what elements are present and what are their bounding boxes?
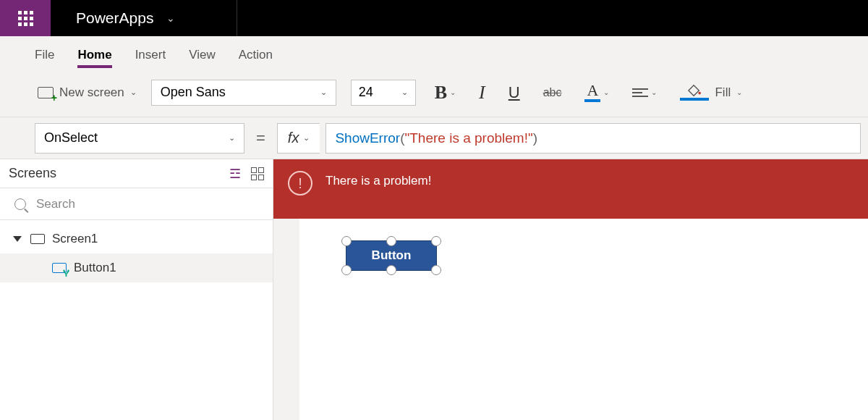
fill-button[interactable]: Fill ⌄: [676, 84, 746, 101]
formula-token-fn: ShowError: [335, 130, 400, 146]
font-family-value: Open Sans: [161, 85, 226, 100]
resize-handle-bm[interactable]: [386, 265, 396, 275]
search-input[interactable]: Search: [0, 188, 273, 220]
align-button[interactable]: ⌄: [628, 88, 661, 97]
fill-label: Fill: [715, 85, 731, 100]
screens-panel: Screens ☲ Search Screen1 Button1: [0, 159, 273, 420]
tab-home[interactable]: Home: [77, 48, 111, 68]
font-color-icon: A: [584, 83, 600, 102]
formula-token-string: "There is a problem!": [405, 130, 533, 146]
equals-label: =: [250, 129, 271, 148]
work-area: Screens ☲ Search Screen1 Button1: [0, 159, 868, 420]
tab-view[interactable]: View: [189, 48, 216, 68]
screen-icon: [30, 234, 45, 244]
collapse-icon[interactable]: [13, 236, 22, 242]
button-control-icon: [52, 263, 67, 273]
tree-item-label: Screen1: [52, 232, 98, 246]
design-surface[interactable]: Button: [299, 219, 868, 420]
chevron-down-icon: ⌄: [651, 88, 657, 96]
canvas-button-text: Button: [372, 248, 412, 263]
ribbon-tab-bar: File Home Insert View Action: [0, 36, 868, 68]
resize-handle-tl[interactable]: [341, 236, 352, 246]
search-icon: [14, 198, 26, 210]
screens-panel-title: Screens: [9, 166, 56, 181]
error-icon: !: [288, 171, 312, 196]
tab-file[interactable]: File: [35, 48, 54, 68]
chevron-down-icon: ⌄: [229, 133, 235, 143]
search-placeholder: Search: [36, 197, 75, 211]
canvas-surface[interactable]: Button: [273, 219, 868, 420]
strikethrough-icon: abc: [543, 86, 562, 99]
waffle-icon: [18, 11, 33, 26]
formula-input[interactable]: ShowError( "There is a problem!" ): [326, 123, 861, 154]
underline-icon: U: [509, 83, 520, 102]
bold-button[interactable]: B ⌄: [430, 82, 460, 104]
italic-button[interactable]: I: [475, 82, 490, 104]
svg-point-0: [699, 92, 702, 95]
chevron-down-icon: ⌄: [166, 12, 175, 24]
chevron-down-icon: ⌄: [130, 88, 137, 97]
app-header: PowerApps ⌄: [0, 0, 868, 36]
tree-item-label: Button1: [74, 261, 116, 275]
error-message: There is a problem!: [326, 171, 431, 188]
tab-insert[interactable]: Insert: [135, 48, 166, 68]
font-family-select[interactable]: Open Sans ⌄: [151, 80, 336, 106]
font-size-select[interactable]: 24 ⌄: [351, 80, 416, 106]
tree-view-icon[interactable]: ☲: [229, 166, 241, 182]
fill-icon: [680, 84, 709, 101]
environment-dropdown[interactable]: PowerApps ⌄: [51, 0, 237, 36]
screens-panel-header: Screens ☲: [0, 159, 273, 188]
error-banner: ! There is a problem!: [273, 159, 868, 219]
formula-bar: OnSelect ⌄ = fx ⌄ ShowError( "There is a…: [0, 117, 868, 159]
resize-handle-bl[interactable]: [341, 265, 352, 275]
resize-handle-br[interactable]: [431, 265, 441, 275]
app-name: PowerApps: [76, 9, 153, 27]
ribbon-toolbar: New screen ⌄ Open Sans ⌄ 24 ⌄ B ⌄ I U ab…: [0, 68, 868, 117]
chevron-down-icon: ⌄: [303, 133, 310, 143]
tab-action[interactable]: Action: [239, 48, 273, 68]
font-size-value: 24: [359, 85, 373, 100]
chevron-down-icon: ⌄: [603, 88, 609, 96]
screen-plus-icon: [38, 87, 54, 98]
chevron-down-icon: ⌄: [401, 88, 408, 97]
tree-item-button[interactable]: Button1: [0, 253, 273, 282]
formula-token-paren: ): [533, 130, 537, 146]
control-tree: Screen1 Button1: [0, 220, 273, 282]
property-select[interactable]: OnSelect ⌄: [35, 123, 244, 154]
chevron-down-icon: ⌄: [736, 88, 742, 96]
canvas-area: ! There is a problem! Button: [273, 159, 868, 420]
thumbnail-view-icon[interactable]: [251, 167, 264, 180]
property-value: OnSelect: [44, 130, 98, 146]
tree-item-screen[interactable]: Screen1: [0, 224, 273, 253]
canvas-button-control[interactable]: Button: [346, 240, 437, 271]
strikethrough-button[interactable]: abc: [539, 86, 566, 99]
app-launcher-button[interactable]: [0, 0, 51, 36]
fx-icon: fx: [288, 130, 299, 146]
chevron-down-icon: ⌄: [320, 88, 327, 97]
underline-button[interactable]: U: [504, 83, 524, 102]
bold-icon: B: [435, 82, 447, 104]
resize-handle-tr[interactable]: [431, 236, 441, 246]
new-screen-button[interactable]: New screen ⌄: [38, 85, 137, 100]
chevron-down-icon: ⌄: [450, 88, 456, 96]
fx-expand-button[interactable]: fx ⌄: [277, 123, 320, 154]
resize-handle-tm[interactable]: [386, 236, 396, 246]
new-screen-label: New screen: [59, 85, 124, 100]
font-color-button[interactable]: A ⌄: [580, 83, 613, 102]
align-icon: [632, 88, 648, 97]
italic-icon: I: [479, 82, 485, 104]
